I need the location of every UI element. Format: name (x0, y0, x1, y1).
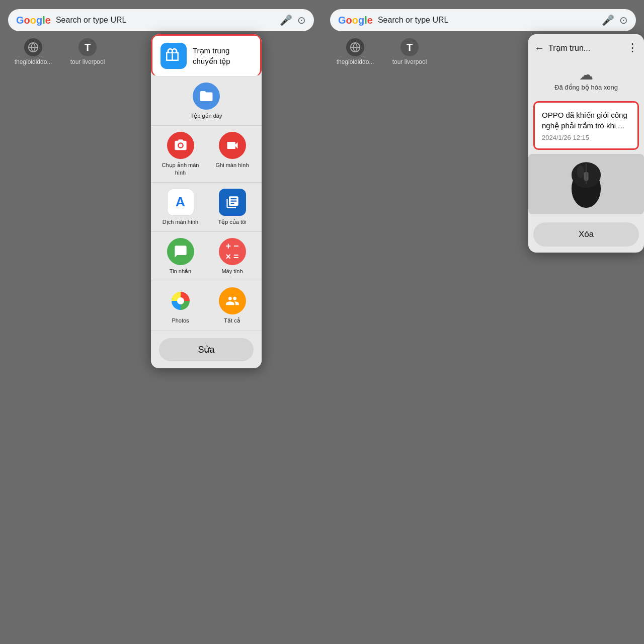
share-item-tin-nhan[interactable]: Tin nhắn (156, 238, 205, 275)
photos-icon (167, 287, 194, 314)
notif-article-time: 2024/1/26 12:15 (542, 134, 630, 141)
share-row-3: Tin nhắn + −× = Máy tính (151, 232, 262, 281)
lens-icon-right[interactable]: ⊙ (619, 14, 628, 26)
share-row-2: A Dịch màn hình Tệp của tôi (151, 183, 262, 232)
tat-ca-label: Tất cả (224, 317, 240, 324)
right-panel: Google Search or type URL 🎤 ⊙ thegioidid… (322, 0, 644, 644)
svg-point-1 (179, 144, 182, 147)
notif-sync-status: ☁ Đã đồng bộ hóa xong (528, 61, 644, 97)
screenshot-icon (167, 132, 194, 159)
mic-icon-left[interactable]: 🎤 (280, 14, 292, 26)
folder-icon (193, 83, 220, 110)
tram-icon (160, 43, 187, 69)
notif-article-card[interactable]: OPPO đã khiến giới công nghệ phải trầm t… (533, 101, 639, 150)
files-icon (219, 189, 246, 216)
chup-anh-label: Chụp ảnh màn hình (156, 162, 205, 176)
tab-tour-liverpool-left[interactable]: T tour liverpool (62, 38, 113, 66)
share-row-1: Chụp ảnh màn hình Ghi màn hình (151, 126, 262, 183)
notification-panel: ← Trạm trun... ⋮ ☁ Đã đồng bộ hóa xong O… (528, 34, 644, 253)
tab-label-thegioididong-left: thegioididdo... (15, 58, 52, 66)
notif-panel-title: Trạm trun... (548, 43, 623, 53)
share-item-recent-label: Tệp gần đây (191, 112, 222, 119)
left-panel: Google Search or type URL 🎤 ⊙ thegioidid… (0, 0, 322, 644)
sync-text: Đã đồng bộ hóa xong (554, 83, 618, 92)
notif-header: ← Trạm trun... ⋮ (528, 34, 644, 61)
share-row-4: Photos Tất cả (151, 281, 262, 331)
lens-icon-left[interactable]: ⊙ (297, 14, 306, 26)
tin-nhan-label: Tin nhắn (170, 268, 191, 275)
notif-back-button[interactable]: ← (534, 42, 544, 54)
sync-icon: ☁ (579, 66, 593, 83)
screen-record-icon (219, 132, 246, 159)
ghi-man-hinh-label: Ghi màn hình (215, 162, 249, 169)
share-top-label-tram: Trạm trung chuyển tệp (193, 45, 252, 66)
share-item-tat-ca[interactable]: Tất cả (208, 287, 257, 324)
may-tinh-label: Máy tính (221, 268, 243, 275)
tab-favicon-globe-left (24, 38, 42, 56)
right-browser-bar[interactable]: Google Search or type URL 🎤 ⊙ (330, 9, 636, 31)
share-item-tep-cua-toi[interactable]: Tệp của tôi (208, 189, 257, 225)
notif-delete-button[interactable]: Xóa (533, 222, 639, 247)
share-item-recent[interactable]: Tệp gần đây (156, 83, 257, 119)
tab-label-thegioididong-right: thegioididdo... (337, 58, 374, 66)
google-logo-right: Google (338, 15, 373, 26)
left-url-input[interactable]: Search or type URL (56, 16, 275, 25)
translate-icon: A (167, 189, 194, 216)
photos-label: Photos (172, 317, 189, 324)
dich-man-hinh-label: Dịch màn hình (163, 218, 198, 225)
share-item-may-tinh[interactable]: + −× = Máy tính (208, 238, 257, 275)
tab-favicon-t-right: T (400, 38, 419, 56)
share-recent-row: Tệp gần đây (151, 76, 262, 126)
share-top-item-tram[interactable]: Trạm trung chuyển tệp (151, 34, 262, 76)
tab-thegioididong-left[interactable]: thegioididdo... (8, 38, 58, 66)
tab-label-tour-left: tour liverpool (70, 58, 105, 66)
tab-favicon-globe-right (346, 38, 364, 56)
notif-article-title: OPPO đã khiến giới công nghệ phải trầm t… (542, 110, 630, 131)
right-url-input[interactable]: Search or type URL (378, 16, 597, 25)
tab-thegioididong-right[interactable]: thegioididdo... (330, 38, 380, 66)
share-item-dich-man-hinh[interactable]: A Dịch màn hình (156, 189, 205, 225)
tep-cua-toi-label: Tệp của tôi (218, 218, 246, 225)
calculator-icon: + −× = (219, 238, 246, 265)
notif-menu-button[interactable]: ⋮ (627, 41, 638, 54)
svg-point-8 (577, 166, 585, 178)
notif-mouse-image (528, 154, 644, 214)
share-edit-row: Sửa (151, 331, 262, 368)
tab-label-tour-right: tour liverpool (392, 58, 427, 66)
all-apps-icon (219, 287, 246, 314)
messages-icon (167, 238, 194, 265)
share-item-chup-anh[interactable]: Chụp ảnh màn hình (156, 132, 205, 176)
svg-point-2 (177, 297, 184, 304)
tab-favicon-t-left: T (78, 38, 97, 56)
share-item-ghi-man-hinh[interactable]: Ghi màn hình (208, 132, 257, 176)
mic-icon-right[interactable]: 🎤 (602, 14, 614, 26)
share-item-photos[interactable]: Photos (156, 287, 205, 324)
tab-tour-liverpool-right[interactable]: T tour liverpool (384, 38, 435, 66)
share-menu: Trạm trung chuyển tệp Tệp gần đây Chụp ả… (151, 34, 262, 368)
share-edit-button[interactable]: Sửa (159, 338, 254, 361)
google-logo-left: Google (16, 15, 51, 26)
left-browser-bar[interactable]: Google Search or type URL 🎤 ⊙ (8, 9, 314, 31)
